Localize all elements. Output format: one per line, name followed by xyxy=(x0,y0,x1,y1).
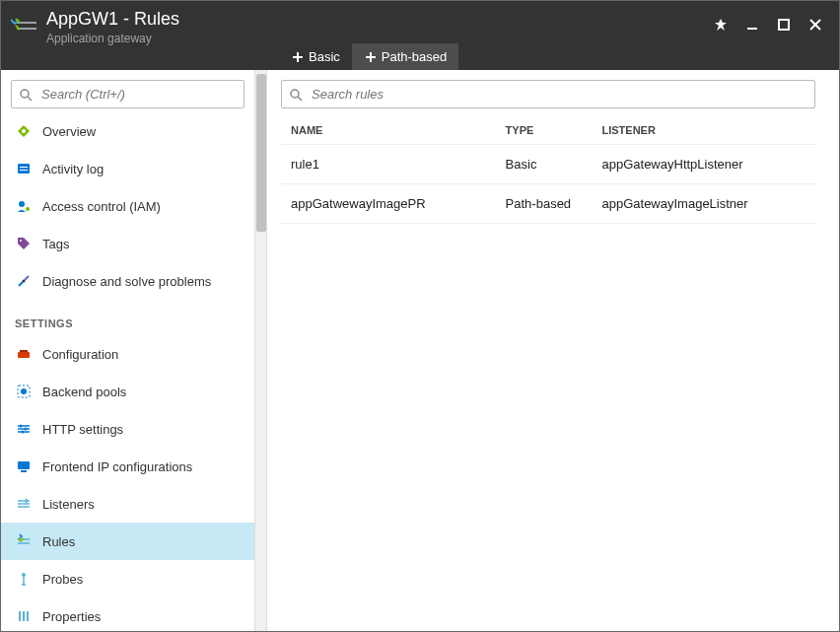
sidebar-item-label: HTTP settings xyxy=(42,422,123,437)
sidebar-item-activity-log[interactable]: Activity log xyxy=(1,150,254,187)
sidebar-item-frontend-ip[interactable]: Frontend IP configurations xyxy=(1,448,254,485)
minimize-button[interactable] xyxy=(740,13,764,36)
tab-label: Path-based xyxy=(382,49,448,64)
titlebar: AppGW1 - Rules Application gateway Basic… xyxy=(1,1,839,70)
svg-point-22 xyxy=(23,280,26,283)
sidebar-item-label: Configuration xyxy=(42,347,118,362)
tab-path-based[interactable]: Path-based xyxy=(352,43,459,70)
page-title: AppGW1 - Rules xyxy=(46,9,709,30)
http-settings-icon xyxy=(15,420,33,438)
svg-point-26 xyxy=(21,388,27,394)
properties-icon xyxy=(15,607,33,625)
sidebar-item-backend-pools[interactable]: Backend pools xyxy=(1,373,254,410)
svg-rect-23 xyxy=(18,352,30,358)
svg-line-21 xyxy=(25,276,29,280)
cell-listener: appGatewayHttpListener xyxy=(593,145,818,184)
svg-point-31 xyxy=(25,428,28,431)
sidebar-item-label: Rules xyxy=(42,534,75,549)
svg-rect-14 xyxy=(18,164,30,174)
sidebar: OverviewActivity logAccess control (IAM)… xyxy=(1,70,255,632)
listeners-icon xyxy=(15,495,33,513)
sidebar-item-label: Listeners xyxy=(42,497,95,512)
toolbar-tabs: BasicPath-based xyxy=(279,43,458,70)
sidebar-item-label: Access control (IAM) xyxy=(42,199,161,214)
pin-button[interactable] xyxy=(709,13,733,36)
sidebar-item-overview[interactable]: Overview xyxy=(1,112,254,150)
sidebar-item-rules[interactable]: Rules xyxy=(1,523,254,560)
sidebar-item-listeners[interactable]: Listeners xyxy=(1,485,254,523)
svg-rect-16 xyxy=(20,170,28,171)
access-control-icon xyxy=(15,197,33,215)
svg-rect-45 xyxy=(27,611,29,621)
overview-icon xyxy=(15,122,33,140)
sidebar-item-configuration[interactable]: Configuration xyxy=(1,335,254,373)
cell-type: Path-based xyxy=(496,184,593,224)
svg-rect-3 xyxy=(779,20,789,30)
plus-icon xyxy=(364,50,378,64)
table-row[interactable]: rule1BasicappGatewayHttpListener xyxy=(281,145,817,184)
appgw-icon xyxy=(11,15,38,38)
svg-rect-15 xyxy=(20,167,28,168)
sidebar-search[interactable] xyxy=(11,80,245,108)
search-icon xyxy=(289,88,303,102)
sidebar-item-label: Probes xyxy=(42,572,83,587)
sidebar-item-access-control[interactable]: Access control (IAM) xyxy=(1,187,254,225)
svg-rect-43 xyxy=(19,611,21,621)
tab-basic[interactable]: Basic xyxy=(279,43,352,70)
svg-rect-44 xyxy=(23,611,25,621)
svg-point-19 xyxy=(20,240,22,242)
svg-rect-24 xyxy=(20,350,28,352)
probes-icon xyxy=(15,570,33,588)
sidebar-scrollbar[interactable] xyxy=(255,70,267,632)
sidebar-item-label: Properties xyxy=(42,609,101,624)
cell-type: Basic xyxy=(496,145,593,184)
sidebar-item-properties[interactable]: Properties xyxy=(1,597,254,632)
backend-pools-icon xyxy=(15,383,33,400)
tab-label: Basic xyxy=(309,49,340,64)
svg-line-11 xyxy=(28,97,32,101)
column-listener[interactable]: LISTENER xyxy=(593,116,818,145)
svg-rect-33 xyxy=(18,461,30,469)
diagnose-icon xyxy=(15,272,33,290)
sidebar-search-input[interactable] xyxy=(11,80,245,108)
sidebar-item-label: Activity log xyxy=(42,162,104,176)
svg-point-13 xyxy=(22,129,26,133)
svg-point-17 xyxy=(19,201,25,207)
sidebar-item-tags[interactable]: Tags xyxy=(1,225,254,262)
sidebar-item-diagnose[interactable]: Diagnose and solve problems xyxy=(1,262,254,300)
activity-log-icon xyxy=(15,160,33,177)
search-icon xyxy=(19,88,33,102)
cell-name: appGatwewayImagePR xyxy=(281,184,496,224)
rules-icon xyxy=(15,532,33,550)
svg-point-32 xyxy=(22,431,25,434)
svg-point-10 xyxy=(21,90,29,98)
sidebar-settings-group: ConfigurationBackend poolsHTTP settingsF… xyxy=(1,335,254,632)
configuration-icon xyxy=(15,345,33,363)
sidebar-item-label: Diagnose and solve problems xyxy=(42,274,211,289)
frontend-ip-icon xyxy=(15,457,33,475)
main-content: NAME TYPE LISTENER rule1BasicappGatewayH… xyxy=(267,70,839,632)
settings-header: SETTINGS xyxy=(1,300,254,335)
sidebar-item-label: Overview xyxy=(42,124,96,139)
sidebar-item-label: Frontend IP configurations xyxy=(42,459,192,474)
scrollbar-thumb[interactable] xyxy=(256,74,266,232)
svg-point-30 xyxy=(20,425,23,428)
column-name[interactable]: NAME xyxy=(281,116,496,145)
plus-icon xyxy=(291,50,305,64)
sidebar-item-label: Backend pools xyxy=(42,385,126,399)
sidebar-general-group: OverviewActivity logAccess control (IAM)… xyxy=(1,112,254,300)
column-type[interactable]: TYPE xyxy=(496,116,593,145)
sidebar-item-label: Tags xyxy=(42,237,69,251)
cell-name: rule1 xyxy=(281,145,496,184)
svg-point-18 xyxy=(26,207,30,211)
rules-search-input[interactable] xyxy=(281,80,815,108)
cell-listener: appGatewayImageListner xyxy=(593,184,818,224)
rules-search[interactable] xyxy=(281,80,815,108)
close-button[interactable] xyxy=(804,13,827,36)
sidebar-item-http-settings[interactable]: HTTP settings xyxy=(1,410,254,448)
table-row[interactable]: appGatwewayImagePRPath-basedappGatewayIm… xyxy=(281,184,817,224)
svg-line-20 xyxy=(19,282,23,286)
sidebar-item-probes[interactable]: Probes xyxy=(1,560,254,597)
maximize-button[interactable] xyxy=(772,13,796,36)
svg-point-40 xyxy=(22,573,26,577)
